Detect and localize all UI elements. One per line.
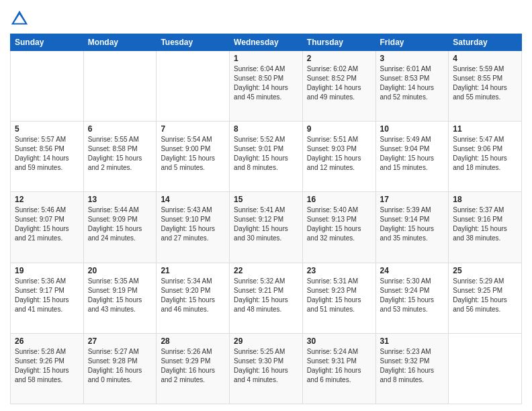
calendar-cell: 8Sunrise: 5:52 AM Sunset: 9:01 PM Daylig… — [230, 122, 303, 192]
day-number: 9 — [307, 124, 371, 134]
day-number: 8 — [234, 124, 298, 134]
day-info: Sunrise: 5:32 AM Sunset: 9:21 PM Dayligh… — [234, 277, 298, 314]
calendar-cell: 26Sunrise: 5:28 AM Sunset: 9:26 PM Dayli… — [11, 333, 84, 404]
calendar-cell: 1Sunrise: 6:04 AM Sunset: 8:50 PM Daylig… — [230, 51, 303, 122]
calendar-cell: 28Sunrise: 5:26 AM Sunset: 9:29 PM Dayli… — [157, 333, 230, 404]
week-row-4: 19Sunrise: 5:36 AM Sunset: 9:17 PM Dayli… — [11, 263, 522, 333]
calendar-cell: 18Sunrise: 5:37 AM Sunset: 9:16 PM Dayli… — [449, 192, 522, 263]
week-row-2: 5Sunrise: 5:57 AM Sunset: 8:56 PM Daylig… — [11, 122, 522, 192]
calendar-cell: 25Sunrise: 5:29 AM Sunset: 9:25 PM Dayli… — [449, 263, 522, 333]
day-info: Sunrise: 5:59 AM Sunset: 8:55 PM Dayligh… — [453, 64, 517, 102]
day-info: Sunrise: 5:55 AM Sunset: 8:58 PM Dayligh… — [88, 135, 152, 173]
calendar-cell — [83, 51, 157, 122]
week-row-5: 26Sunrise: 5:28 AM Sunset: 9:26 PM Dayli… — [11, 333, 522, 404]
logo-icon — [10, 9, 29, 28]
day-info: Sunrise: 5:41 AM Sunset: 9:12 PM Dayligh… — [234, 205, 298, 243]
day-info: Sunrise: 5:46 AM Sunset: 9:07 PM Dayligh… — [15, 205, 79, 243]
day-info: Sunrise: 5:52 AM Sunset: 9:01 PM Dayligh… — [234, 135, 298, 173]
calendar-cell — [157, 51, 230, 122]
day-info: Sunrise: 6:02 AM Sunset: 8:52 PM Dayligh… — [307, 64, 371, 102]
day-number: 19 — [15, 266, 79, 275]
calendar-cell — [449, 333, 522, 404]
calendar-cell: 29Sunrise: 5:25 AM Sunset: 9:30 PM Dayli… — [230, 333, 303, 404]
day-info: Sunrise: 5:49 AM Sunset: 9:04 PM Dayligh… — [380, 135, 445, 173]
day-number: 28 — [161, 336, 225, 346]
day-info: Sunrise: 5:31 AM Sunset: 9:23 PM Dayligh… — [307, 277, 371, 314]
day-number: 18 — [453, 195, 517, 204]
day-info: Sunrise: 5:43 AM Sunset: 9:10 PM Dayligh… — [161, 205, 225, 243]
day-number: 25 — [453, 266, 517, 275]
day-info: Sunrise: 5:47 AM Sunset: 9:06 PM Dayligh… — [453, 135, 517, 173]
day-info: Sunrise: 6:01 AM Sunset: 8:53 PM Dayligh… — [380, 64, 445, 102]
day-number: 2 — [307, 54, 371, 63]
day-number: 16 — [307, 195, 371, 204]
day-info: Sunrise: 5:34 AM Sunset: 9:20 PM Dayligh… — [161, 277, 225, 314]
calendar-cell: 19Sunrise: 5:36 AM Sunset: 9:17 PM Dayli… — [11, 263, 84, 333]
week-row-1: 1Sunrise: 6:04 AM Sunset: 8:50 PM Daylig… — [11, 51, 522, 122]
header — [10, 7, 522, 28]
day-info: Sunrise: 5:30 AM Sunset: 9:24 PM Dayligh… — [380, 277, 445, 314]
day-info: Sunrise: 5:24 AM Sunset: 9:31 PM Dayligh… — [307, 347, 371, 385]
day-number: 30 — [307, 336, 371, 346]
day-number: 1 — [234, 54, 298, 63]
day-number: 10 — [380, 124, 445, 134]
calendar-cell: 7Sunrise: 5:54 AM Sunset: 9:00 PM Daylig… — [157, 122, 230, 192]
calendar-cell: 30Sunrise: 5:24 AM Sunset: 9:31 PM Dayli… — [302, 333, 375, 404]
calendar-cell: 31Sunrise: 5:23 AM Sunset: 9:32 PM Dayli… — [375, 333, 449, 404]
calendar-cell: 9Sunrise: 5:51 AM Sunset: 9:03 PM Daylig… — [302, 122, 375, 192]
day-info: Sunrise: 5:26 AM Sunset: 9:29 PM Dayligh… — [161, 347, 225, 385]
weekday-header-wednesday: Wednesday — [230, 34, 303, 51]
weekday-header-tuesday: Tuesday — [157, 34, 230, 51]
day-info: Sunrise: 5:37 AM Sunset: 9:16 PM Dayligh… — [453, 205, 517, 243]
week-row-3: 12Sunrise: 5:46 AM Sunset: 9:07 PM Dayli… — [11, 192, 522, 263]
day-number: 7 — [161, 124, 225, 134]
weekday-header-friday: Friday — [375, 34, 449, 51]
calendar-cell: 24Sunrise: 5:30 AM Sunset: 9:24 PM Dayli… — [375, 263, 449, 333]
calendar-cell — [11, 51, 84, 122]
calendar-cell: 17Sunrise: 5:39 AM Sunset: 9:14 PM Dayli… — [375, 192, 449, 263]
day-number: 3 — [380, 54, 445, 63]
calendar-cell: 21Sunrise: 5:34 AM Sunset: 9:20 PM Dayli… — [157, 263, 230, 333]
day-info: Sunrise: 5:28 AM Sunset: 9:26 PM Dayligh… — [15, 347, 79, 385]
calendar-cell: 3Sunrise: 6:01 AM Sunset: 8:53 PM Daylig… — [375, 51, 449, 122]
calendar-cell: 22Sunrise: 5:32 AM Sunset: 9:21 PM Dayli… — [230, 263, 303, 333]
day-info: Sunrise: 5:25 AM Sunset: 9:30 PM Dayligh… — [234, 347, 298, 385]
calendar-cell: 4Sunrise: 5:59 AM Sunset: 8:55 PM Daylig… — [449, 51, 522, 122]
day-info: Sunrise: 5:44 AM Sunset: 9:09 PM Dayligh… — [88, 205, 152, 243]
day-info: Sunrise: 5:27 AM Sunset: 9:28 PM Dayligh… — [88, 347, 152, 385]
calendar-table: SundayMondayTuesdayWednesdayThursdayFrid… — [10, 34, 522, 404]
calendar-cell: 10Sunrise: 5:49 AM Sunset: 9:04 PM Dayli… — [375, 122, 449, 192]
day-number: 29 — [234, 336, 298, 346]
day-number: 13 — [88, 195, 152, 204]
weekday-header-row: SundayMondayTuesdayWednesdayThursdayFrid… — [11, 34, 522, 51]
weekday-header-thursday: Thursday — [302, 34, 375, 51]
day-info: Sunrise: 5:54 AM Sunset: 9:00 PM Dayligh… — [161, 135, 225, 173]
day-info: Sunrise: 5:39 AM Sunset: 9:14 PM Dayligh… — [380, 205, 445, 243]
day-number: 23 — [307, 266, 371, 275]
day-info: Sunrise: 5:57 AM Sunset: 8:56 PM Dayligh… — [15, 135, 79, 173]
day-info: Sunrise: 5:23 AM Sunset: 9:32 PM Dayligh… — [380, 347, 445, 385]
day-number: 31 — [380, 336, 445, 346]
day-number: 27 — [88, 336, 152, 346]
calendar-cell: 12Sunrise: 5:46 AM Sunset: 9:07 PM Dayli… — [11, 192, 84, 263]
calendar-cell: 20Sunrise: 5:35 AM Sunset: 9:19 PM Dayli… — [83, 263, 157, 333]
day-number: 5 — [15, 124, 79, 134]
day-number: 6 — [88, 124, 152, 134]
day-info: Sunrise: 5:29 AM Sunset: 9:25 PM Dayligh… — [453, 277, 517, 314]
day-number: 4 — [453, 54, 517, 63]
day-info: Sunrise: 6:04 AM Sunset: 8:50 PM Dayligh… — [234, 64, 298, 102]
day-number: 20 — [88, 266, 152, 275]
day-number: 17 — [380, 195, 445, 204]
day-number: 15 — [234, 195, 298, 204]
calendar-cell: 11Sunrise: 5:47 AM Sunset: 9:06 PM Dayli… — [449, 122, 522, 192]
calendar-cell: 14Sunrise: 5:43 AM Sunset: 9:10 PM Dayli… — [157, 192, 230, 263]
day-number: 12 — [15, 195, 79, 204]
day-number: 22 — [234, 266, 298, 275]
weekday-header-saturday: Saturday — [449, 34, 522, 51]
weekday-header-monday: Monday — [83, 34, 157, 51]
calendar-cell: 16Sunrise: 5:40 AM Sunset: 9:13 PM Dayli… — [302, 192, 375, 263]
calendar-cell: 5Sunrise: 5:57 AM Sunset: 8:56 PM Daylig… — [11, 122, 84, 192]
calendar-cell: 15Sunrise: 5:41 AM Sunset: 9:12 PM Dayli… — [230, 192, 303, 263]
calendar-cell: 27Sunrise: 5:27 AM Sunset: 9:28 PM Dayli… — [83, 333, 157, 404]
day-number: 14 — [161, 195, 225, 204]
